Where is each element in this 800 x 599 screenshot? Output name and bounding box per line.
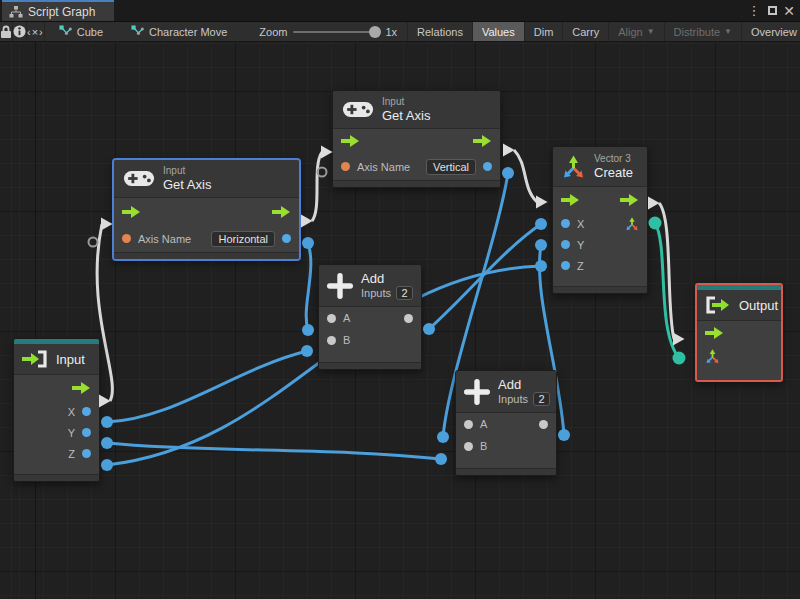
window-menu-icon[interactable]: ⋮	[746, 0, 762, 21]
port-label: A	[480, 418, 487, 430]
node-caption: Input	[382, 96, 430, 108]
node-header[interactable]: Add Inputs 2	[456, 371, 556, 412]
b-in-port[interactable]	[327, 336, 336, 345]
wire-vector3-to-output[interactable]	[659, 203, 674, 339]
node-title: Get Axis	[163, 177, 211, 192]
lock-icon	[0, 25, 12, 39]
trigger-out-port[interactable]	[72, 382, 91, 394]
wire-horizontal-to-vertical[interactable]	[312, 152, 322, 221]
axis-name-input[interactable]: Vertical	[426, 159, 476, 175]
a-in-port[interactable]	[327, 314, 336, 323]
inputs-label: Inputs	[498, 393, 528, 405]
info-icon	[13, 25, 26, 38]
y-in-port[interactable]	[561, 240, 570, 249]
toolbar-button-dim[interactable]: Dim	[524, 22, 563, 41]
a-in-port[interactable]	[464, 420, 473, 429]
node-output[interactable]: Output	[695, 283, 783, 382]
input-icon	[22, 350, 48, 368]
wire-horizontal-to-add1-a[interactable]	[306, 243, 311, 330]
node-title: Input	[56, 352, 85, 367]
value-out-port[interactable]	[282, 234, 291, 243]
wire-add1-to-vector3-x[interactable]	[429, 224, 541, 329]
breadcrumb-graph-character-move[interactable]: Character Move	[117, 22, 241, 41]
node-add-2[interactable]: Add Inputs 2 A B	[455, 370, 557, 476]
close-icon[interactable]: ✕	[781, 0, 797, 21]
breadcrumb-graph-cube[interactable]: Cube	[45, 22, 117, 41]
node-caption: Vector 3	[594, 153, 633, 165]
toolbar-button-carry[interactable]: Carry	[562, 22, 608, 41]
flow-out-port[interactable]	[473, 135, 492, 147]
toolbar-button-values[interactable]: Values	[472, 22, 524, 41]
b-in-port[interactable]	[464, 442, 473, 451]
node-footer	[333, 180, 500, 187]
node-title: Create	[594, 165, 633, 180]
node-vector3-create[interactable]: Vector 3 Create X Y	[552, 146, 648, 294]
breadcrumb-label: Cube	[77, 26, 103, 38]
vector3-result-port[interactable]	[625, 217, 639, 231]
axis-name-input[interactable]: Horizontal	[211, 231, 275, 247]
wire-vertical-to-vector3[interactable]	[514, 150, 537, 202]
code-view-button[interactable]: ‹×›	[27, 22, 45, 41]
node-header[interactable]: Input Get Axis	[333, 91, 500, 128]
port-label: Z	[577, 260, 584, 272]
toolbar-button-align[interactable]: Align▼	[608, 22, 663, 41]
inputs-count-field[interactable]: 2	[396, 286, 413, 300]
param-label: Axis Name	[138, 233, 191, 245]
flow-in-port[interactable]	[561, 194, 580, 206]
node-footer	[456, 468, 556, 475]
node-header[interactable]: Vector 3 Create	[553, 147, 647, 186]
flow-out-port[interactable]	[272, 206, 291, 218]
node-title: Add	[498, 377, 550, 392]
node-header[interactable]: Add Inputs 2	[319, 265, 421, 306]
z-out-port[interactable]	[82, 449, 91, 458]
flow-in-port[interactable]	[341, 135, 360, 147]
x-out-port[interactable]	[82, 407, 91, 416]
node-get-axis-horizontal[interactable]: Input Get Axis Axis Name Horizontal	[113, 159, 300, 260]
node-header[interactable]: Input	[14, 344, 99, 374]
wire-vector3-result-to-output[interactable]	[655, 223, 679, 358]
zoom-slider[interactable]	[293, 31, 379, 33]
zoom-label: Zoom	[259, 26, 287, 38]
node-header[interactable]: Output	[697, 290, 781, 320]
zoom-slider-handle[interactable]	[369, 26, 381, 38]
info-button[interactable]	[13, 22, 27, 41]
inputs-label: Inputs	[361, 287, 391, 299]
port-label: Y	[68, 427, 75, 439]
sum-out-port[interactable]	[404, 314, 413, 323]
node-footer	[553, 286, 647, 293]
toolbar-button-distribute[interactable]: Distribute▼	[664, 22, 741, 41]
node-header[interactable]: Input Get Axis	[114, 160, 299, 197]
graph-node-icon	[131, 25, 144, 38]
x-in-port[interactable]	[561, 219, 570, 228]
toolbar-button-overview[interactable]: Overview	[741, 22, 800, 41]
flow-in-port[interactable]	[705, 327, 724, 339]
gamepad-icon	[123, 169, 155, 188]
zoom-control: Zoom 1x	[241, 26, 407, 38]
chevron-down-icon: ▼	[647, 27, 655, 36]
wire-input-y-to-add2-b[interactable]	[107, 443, 441, 459]
z-in-port[interactable]	[561, 261, 570, 270]
node-add-1[interactable]: Add Inputs 2 A B	[318, 264, 422, 370]
port-label: A	[343, 312, 350, 324]
axis-name-port[interactable]	[122, 234, 131, 243]
node-input[interactable]: Input X Y Z	[13, 338, 100, 482]
flow-out-port[interactable]	[620, 194, 639, 206]
value-out-port[interactable]	[483, 162, 492, 171]
graph-canvas[interactable]: Input Get Axis Axis Name Vertical	[0, 42, 800, 599]
y-out-port[interactable]	[82, 428, 91, 437]
axis-name-port[interactable]	[341, 162, 350, 171]
vector3-icon	[561, 155, 586, 179]
node-title: Add	[361, 271, 413, 286]
node-get-axis-vertical[interactable]: Input Get Axis Axis Name Vertical	[332, 90, 501, 188]
unity-script-graph-window: Script Graph ⋮ ✕ ‹×› Cube Cha	[0, 0, 800, 599]
wire-input-x-to-add1-b[interactable]	[107, 351, 307, 422]
vector3-in-port[interactable]	[705, 349, 720, 364]
lock-button[interactable]	[0, 22, 13, 41]
flow-in-port[interactable]	[122, 206, 141, 218]
node-footer	[114, 252, 299, 259]
tab-script-graph[interactable]: Script Graph	[2, 0, 114, 21]
sum-out-port[interactable]	[539, 420, 548, 429]
inputs-count-field[interactable]: 2	[533, 392, 550, 406]
maximize-icon[interactable]	[764, 0, 780, 21]
toolbar-button-relations[interactable]: Relations	[407, 22, 472, 41]
